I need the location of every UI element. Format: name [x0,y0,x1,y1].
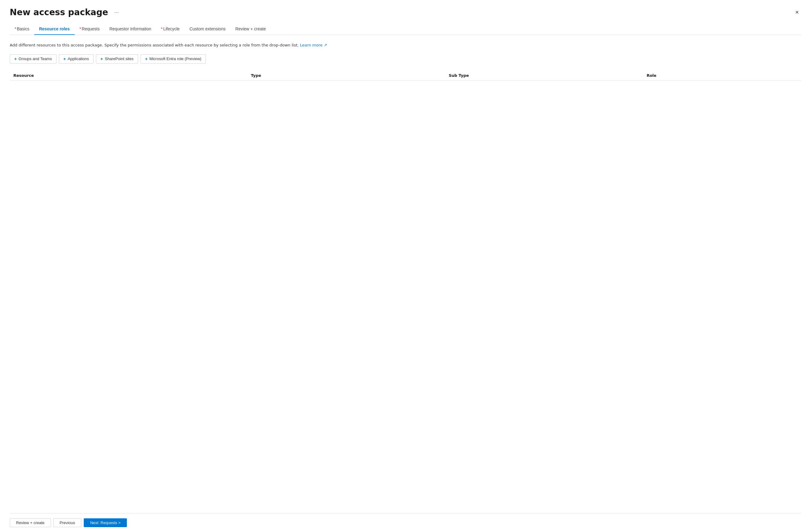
entra-role-button[interactable]: + Microsoft Entra role (Preview) [140,54,206,63]
col-header-resource: Resource [10,71,247,80]
tab-resource-roles[interactable]: Resource roles [34,24,75,35]
entra-role-label: Microsoft Entra role (Preview) [149,57,201,61]
plus-icon-apps: + [63,57,66,61]
tab-requests[interactable]: *Requests [75,24,105,35]
previous-button[interactable]: Previous [53,518,82,527]
footer: Review + create Previous Next: Requests … [10,513,801,532]
tab-requestor-info[interactable]: Requestor information [104,24,156,35]
external-link-icon: ↗ [323,43,327,47]
page-header: New access package ··· × [10,7,801,17]
groups-teams-label: Groups and Teams [18,57,52,61]
resource-table: Resource Type Sub Type Role [10,71,801,80]
plus-icon-entra: + [145,57,148,61]
required-star-requests: * [79,27,81,31]
groups-teams-button[interactable]: + Groups and Teams [10,54,57,63]
tab-review-create[interactable]: Review + create [230,24,271,35]
tab-basics[interactable]: *Basics [10,24,34,35]
plus-icon-groups: + [14,57,17,61]
description-text: Add different resources to this access p… [10,42,801,48]
applications-label: Applications [68,57,89,61]
action-buttons-row: + Groups and Teams + Applications + Shar… [10,54,801,63]
col-header-subtype: Sub Type [445,71,643,80]
tabs-container: *Basics Resource roles *Requests Request… [10,24,801,35]
page-title: New access package [10,7,108,17]
more-options-button[interactable]: ··· [112,8,121,17]
tab-lifecycle[interactable]: *Lifecycle [156,24,185,35]
close-button[interactable]: × [793,7,801,17]
description-body: Add different resources to this access p… [10,43,299,47]
sharepoint-sites-label: SharePoint sites [105,57,134,61]
page-title-row: New access package ··· [10,7,121,17]
col-header-role: Role [643,71,801,80]
next-requests-button[interactable]: Next: Requests > [84,518,127,527]
required-star-basics: * [15,27,16,31]
table-header: Resource Type Sub Type Role [10,71,801,80]
page-container: New access package ··· × *Basics Resourc… [0,0,811,532]
sharepoint-sites-button[interactable]: + SharePoint sites [96,54,138,63]
table-header-row: Resource Type Sub Type Role [10,71,801,80]
applications-button[interactable]: + Applications [59,54,93,63]
content-area: Add different resources to this access p… [10,42,801,513]
required-star-lifecycle: * [161,27,163,31]
col-header-type: Type [247,71,445,80]
review-create-button[interactable]: Review + create [10,518,51,527]
tab-custom-extensions[interactable]: Custom extensions [185,24,230,35]
plus-icon-sharepoint: + [101,57,103,61]
learn-more-text: Learn more [300,43,322,47]
learn-more-link[interactable]: Learn more ↗ [300,43,327,47]
